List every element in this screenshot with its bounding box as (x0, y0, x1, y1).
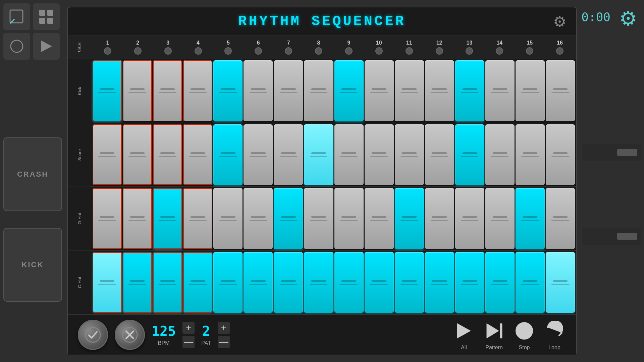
beat-pad-snare-1[interactable] (93, 124, 122, 185)
beat-pad-kick-3[interactable] (153, 60, 182, 121)
beat-pad-o-hat-8[interactable] (304, 188, 333, 249)
step-indicator-9[interactable] (345, 47, 353, 55)
bpm-minus-button[interactable]: — (182, 336, 195, 348)
step-indicator-4[interactable] (195, 47, 202, 55)
beat-pad-o-hat-4[interactable] (183, 188, 212, 249)
beat-pad-kick-14[interactable] (485, 60, 515, 121)
stop-button[interactable]: Stop (513, 319, 536, 351)
beat-pad-kick-10[interactable] (365, 60, 394, 121)
beat-pad-c-hat-5[interactable] (213, 252, 243, 313)
step-indicator-16[interactable] (556, 47, 564, 55)
beat-pad-o-hat-7[interactable] (274, 188, 303, 249)
pat-plus-button[interactable]: + (218, 322, 230, 334)
beat-pad-c-hat-11[interactable] (395, 252, 424, 313)
beat-pad-kick-16[interactable] (546, 60, 575, 121)
beat-pad-o-hat-5[interactable] (213, 188, 243, 249)
beat-pad-c-hat-2[interactable] (123, 252, 152, 313)
beat-pad-kick-8[interactable] (304, 60, 333, 121)
beat-pad-c-hat-7[interactable] (274, 252, 303, 313)
beat-pad-snare-13[interactable] (455, 124, 484, 185)
beat-pad-kick-15[interactable] (516, 60, 545, 121)
bpm-plus-button[interactable]: + (182, 322, 195, 334)
beat-pad-kick-6[interactable] (244, 60, 273, 121)
step-indicator-8[interactable] (315, 47, 322, 55)
beat-pad-snare-11[interactable] (395, 124, 424, 185)
beat-pad-snare-16[interactable] (546, 124, 575, 185)
beat-pad-c-hat-4[interactable] (183, 252, 212, 313)
beat-pad-c-hat-6[interactable] (244, 252, 273, 313)
step-indicator-12[interactable] (436, 47, 443, 55)
play-all-button[interactable]: All (452, 319, 476, 351)
pad-notch (341, 152, 356, 154)
play-pattern-button[interactable]: Pattern (482, 319, 506, 351)
beat-pad-o-hat-9[interactable] (334, 188, 364, 249)
pat-minus-button[interactable]: — (218, 336, 230, 348)
beat-pad-snare-4[interactable] (183, 124, 212, 185)
beat-pad-o-hat-3[interactable] (153, 188, 182, 249)
beat-pad-o-hat-2[interactable] (123, 188, 152, 249)
step-indicator-15[interactable] (526, 47, 533, 55)
step-indicator-7[interactable] (285, 47, 292, 55)
beat-pad-snare-8[interactable] (304, 124, 333, 185)
select-icon[interactable] (3, 3, 30, 30)
step-indicator-10[interactable] (375, 47, 383, 55)
step-indicator-11[interactable] (406, 47, 413, 55)
beat-pad-snare-15[interactable] (516, 124, 545, 185)
kick-pad[interactable]: KICK (3, 228, 62, 302)
beat-pad-kick-13[interactable] (455, 60, 484, 121)
beat-pad-o-hat-1[interactable] (93, 188, 122, 249)
beat-pad-snare-12[interactable] (425, 124, 454, 185)
beat-pad-snare-14[interactable] (485, 124, 515, 185)
circle-icon[interactable] (3, 33, 30, 60)
play-icon[interactable] (33, 33, 60, 60)
step-indicator-1[interactable] (104, 47, 111, 55)
beat-pad-c-hat-3[interactable] (153, 252, 182, 313)
beat-pad-kick-5[interactable] (213, 60, 243, 121)
beat-pad-snare-9[interactable] (334, 124, 364, 185)
beat-pad-c-hat-12[interactable] (425, 252, 454, 313)
beat-pad-kick-7[interactable] (274, 60, 303, 121)
beat-pad-c-hat-10[interactable] (365, 252, 394, 313)
beat-pad-snare-6[interactable] (244, 124, 273, 185)
beat-pad-o-hat-14[interactable] (485, 188, 515, 249)
step-indicator-5[interactable] (224, 47, 232, 55)
beat-pad-snare-10[interactable] (365, 124, 394, 185)
beat-pad-snare-2[interactable] (123, 124, 152, 185)
settings-gear-icon[interactable]: ⚙ (619, 7, 637, 30)
beat-pad-kick-2[interactable] (123, 60, 152, 121)
beat-pad-c-hat-8[interactable] (304, 252, 333, 313)
beat-pad-o-hat-6[interactable] (244, 188, 273, 249)
grid-icon[interactable] (33, 3, 60, 30)
beat-pad-o-hat-15[interactable] (516, 188, 545, 249)
beat-pad-o-hat-11[interactable] (395, 188, 424, 249)
step-indicator-6[interactable] (255, 47, 262, 55)
beat-pad-o-hat-13[interactable] (455, 188, 484, 249)
beat-pad-snare-7[interactable] (274, 124, 303, 185)
beat-pad-c-hat-15[interactable] (516, 252, 545, 313)
beat-pad-kick-12[interactable] (425, 60, 454, 121)
step-indicator-13[interactable] (466, 47, 473, 55)
step-indicator-2[interactable] (134, 47, 142, 55)
beat-pad-c-hat-16[interactable] (546, 252, 575, 313)
beat-pad-c-hat-9[interactable] (334, 252, 364, 313)
beat-pad-c-hat-1[interactable] (93, 252, 122, 313)
crash-pad[interactable]: CRASH (3, 137, 62, 211)
beat-pad-kick-4[interactable] (183, 60, 212, 121)
beat-pad-snare-5[interactable] (213, 124, 243, 185)
beat-pad-o-hat-12[interactable] (425, 188, 454, 249)
beat-pad-snare-3[interactable] (153, 124, 182, 185)
beat-pad-c-hat-14[interactable] (485, 252, 515, 313)
beat-pad-kick-11[interactable] (395, 60, 424, 121)
loop-button[interactable]: Loop (543, 319, 566, 351)
confirm-button[interactable] (78, 320, 108, 350)
beat-pad-kick-9[interactable] (334, 60, 364, 121)
beat-pad-kick-1[interactable] (93, 60, 122, 121)
beat-pad-o-hat-10[interactable] (365, 188, 394, 249)
panel-gear-icon[interactable]: ⚙ (553, 13, 566, 30)
cancel-button[interactable] (115, 320, 145, 350)
step-indicator-3[interactable] (164, 47, 172, 55)
step-indicator-14[interactable] (496, 47, 503, 55)
pad-line (128, 92, 146, 93)
beat-pad-o-hat-16[interactable] (546, 188, 575, 249)
beat-pad-c-hat-13[interactable] (455, 252, 484, 313)
